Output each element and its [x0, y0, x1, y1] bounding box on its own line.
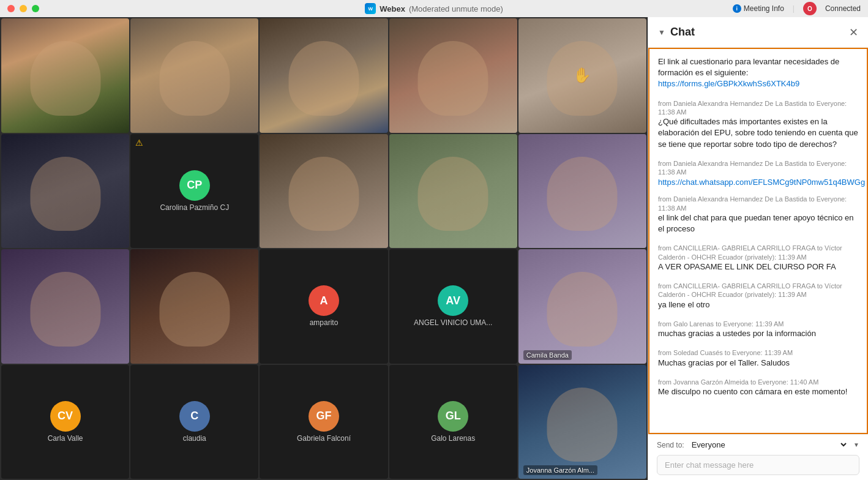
meeting-info-label: Meeting Info — [744, 4, 784, 13]
chat-message: from Soledad Cuasés to Everyone: 11:39 A… — [658, 348, 858, 370]
video-tile: ⚠CPCarolina Pazmiño CJ — [130, 134, 258, 249]
chat-message: from Daniela Alexandra Hernandez De La B… — [658, 159, 858, 188]
message-text: ¿Qué dificultades más importantes existe… — [658, 116, 858, 150]
video-tile — [1, 249, 129, 364]
tile-participant-name: Carla Valle — [43, 434, 88, 443]
chat-message: from CANCILLERIA- GABRIELA CARRILLO FRAG… — [658, 282, 858, 312]
avatar: C — [179, 401, 210, 432]
tile-participant-name: ANGEL VINICIO UMA... — [409, 318, 497, 327]
warning-icon: ⚠ — [135, 138, 143, 148]
send-to-label: Send to: — [657, 441, 684, 449]
message-text: muchas gracias a ustedes por la informac… — [658, 328, 858, 339]
video-tile: Aamparito — [260, 249, 387, 364]
message-meta: from Daniela Alexandra Hernandez De La B… — [658, 159, 858, 177]
info-icon: i — [733, 4, 741, 13]
video-tile: Camila Banda — [518, 249, 646, 364]
message-link[interactable]: https://forms.gle/GBPkXkwhSs6XTK4b9 — [658, 79, 799, 88]
video-tile: GFGabriela Falconí — [260, 365, 387, 479]
close-chat-button[interactable]: ✕ — [849, 27, 858, 38]
separator: | — [793, 4, 795, 13]
avatar: CP — [179, 170, 210, 201]
message-text: ya llene el otro — [658, 299, 858, 310]
message-meta: from CANCILLERIA- GABRIELA CARRILLO FRAG… — [658, 282, 858, 299]
chat-message: El link al cuestionario para levantar ne… — [658, 56, 858, 92]
video-tile: Cclaudia — [130, 365, 258, 479]
message-meta: from Daniela Alexandra Hernandez De La B… — [658, 99, 858, 117]
chat-footer: Send to: Everyone Host Presenter ▼ Enter… — [648, 434, 868, 480]
chat-message: from Galo Larenas to Everyone: 11:39 AMm… — [658, 320, 858, 341]
tile-participant-name: Galo Larenas — [426, 434, 480, 443]
message-meta: from Daniela Alexandra Hernandez De La B… — [658, 195, 858, 212]
message-text: El link al cuestionario para levantar ne… — [658, 56, 858, 90]
chevron-icon: ▼ — [658, 28, 665, 37]
chat-message: from CANCILLERIA- GABRIELA CARRILLO FRAG… — [658, 244, 858, 274]
titlebar-right: i Meeting Info | O Connected — [733, 2, 861, 15]
meeting-info-button[interactable]: i Meeting Info — [733, 4, 784, 13]
video-tile: Jovanna Garzón Alm... — [518, 365, 646, 479]
video-tile — [1, 134, 129, 249]
chat-input[interactable]: Enter chat message here — [657, 455, 859, 475]
chat-header: ▼ Chat ✕ — [648, 17, 868, 48]
message-text: A VER OPASAME EL LINK DEL CIURSO POR FA — [658, 261, 858, 272]
chat-header-left: ▼ Chat — [658, 26, 695, 39]
video-tile — [130, 18, 258, 133]
avatar: A — [309, 285, 339, 316]
video-tile — [130, 249, 258, 364]
tile-participant-name: amparito — [305, 318, 343, 327]
chevron-down-icon: ▼ — [853, 441, 859, 448]
video-tile: CVCarla Valle — [1, 365, 129, 479]
message-text: Muchas gracias por el Taller. Saludos — [658, 358, 858, 369]
webex-logo-icon: W — [365, 3, 376, 14]
send-to-select[interactable]: Everyone Host Presenter — [689, 440, 848, 450]
video-tile — [389, 18, 517, 133]
main-container: ✋⚠CPCarolina Pazmiño CJAamparitoAVANGEL … — [0, 17, 868, 480]
message-text: el link del chat para que puedan tener a… — [658, 212, 858, 234]
tile-participant-name: Camila Banda — [523, 350, 572, 360]
tile-participant-name: claudia — [178, 434, 211, 443]
mode-label: (Moderated unmute mode) — [409, 4, 503, 13]
chat-title: Chat — [670, 26, 695, 39]
minimize-button[interactable] — [20, 5, 27, 12]
video-tile — [1, 18, 129, 133]
connected-label: Connected — [825, 4, 861, 13]
message-meta: from Soledad Cuasés to Everyone: 11:39 A… — [658, 348, 858, 357]
avatar: GL — [438, 401, 468, 432]
window-controls — [7, 5, 39, 12]
video-tile — [389, 134, 517, 249]
video-tile — [518, 134, 646, 249]
message-meta: from Galo Larenas to Everyone: 11:39 AM — [658, 320, 858, 328]
chat-message: from Daniela Alexandra Hernandez De La B… — [658, 99, 858, 152]
chat-panel: ▼ Chat ✕ El link al cuestionario para le… — [648, 17, 868, 480]
message-meta: from CANCILLERIA- GABRIELA CARRILLO FRAG… — [658, 244, 858, 261]
video-tile: AVANGEL VINICIO UMA... — [389, 249, 517, 364]
connected-badge: O — [803, 2, 817, 15]
chat-messages: El link al cuestionario para levantar ne… — [648, 48, 868, 434]
titlebar: W Webex (Moderated unmute mode) i Meetin… — [0, 0, 868, 17]
message-text: Me disculpo no cuento con cámara en este… — [658, 386, 858, 397]
video-tile: ✋ — [518, 18, 646, 133]
video-grid: ✋⚠CPCarolina Pazmiño CJAamparitoAVANGEL … — [0, 17, 648, 480]
avatar: AV — [438, 285, 468, 316]
tile-participant-name: Carolina Pazmiño CJ — [155, 203, 234, 212]
avatar: CV — [50, 401, 81, 432]
app-title: W Webex (Moderated unmute mode) — [365, 3, 503, 14]
chat-message: from Jovanna Garzón Almeida to Everyone:… — [658, 378, 858, 399]
message-meta: from Jovanna Garzón Almeida to Everyone:… — [658, 378, 858, 386]
tile-participant-name: Gabriela Falconí — [292, 434, 356, 443]
avatar: GF — [309, 401, 339, 432]
tile-participant-name: Jovanna Garzón Alm... — [523, 465, 597, 475]
video-tile: GLGalo Larenas — [389, 365, 517, 479]
app-name-label: Webex — [380, 4, 405, 13]
chat-message: from Daniela Alexandra Hernandez De La B… — [658, 195, 858, 236]
message-link[interactable]: https://chat.whatsapp.com/EFLSMCg9tNP0mw… — [658, 178, 865, 187]
close-button[interactable] — [7, 5, 15, 12]
maximize-button[interactable] — [32, 5, 39, 12]
video-tile — [260, 18, 387, 133]
send-to-row: Send to: Everyone Host Presenter ▼ — [657, 440, 859, 450]
video-tile — [260, 134, 387, 249]
